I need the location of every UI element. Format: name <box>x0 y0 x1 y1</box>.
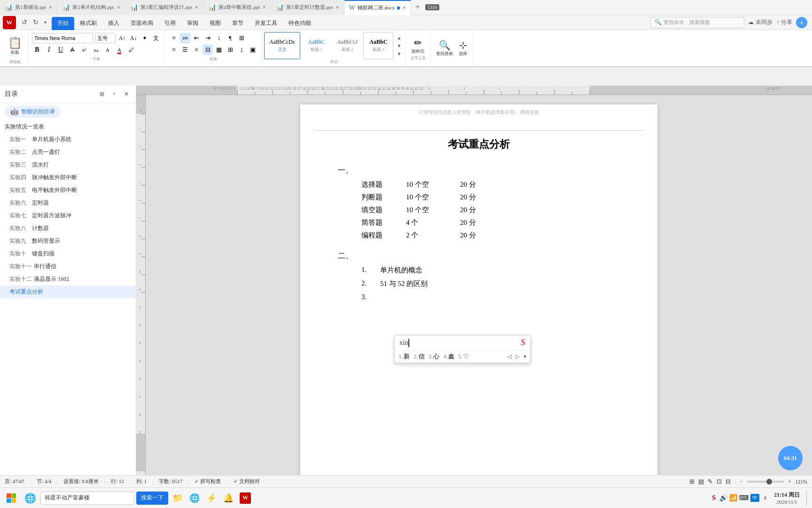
taskbar-edge-icon[interactable]: 🌐 <box>187 491 202 506</box>
show-desktop-btn[interactable] <box>806 491 809 506</box>
view-focus-btn[interactable]: ⊡ <box>717 478 722 485</box>
tab-doc-2[interactable]: 📊 第2单片机结构.ppt ✕ <box>57 0 125 15</box>
ime-candidate-4[interactable]: 4. 鑫 <box>443 352 454 361</box>
browser-icon[interactable]: 🌐 <box>22 490 39 507</box>
underline-btn[interactable]: U <box>55 45 66 55</box>
new-tab-btn[interactable]: + <box>411 1 424 14</box>
indent-increase-btn[interactable]: ⇥ <box>203 33 213 43</box>
tab-special[interactable]: 特色功能 <box>283 17 317 30</box>
tab-paste[interactable]: 格式刷 <box>74 17 102 30</box>
sidebar-item-exp9[interactable]: 实验九 数码管显示 <box>0 235 136 247</box>
phonetic-btn[interactable]: 文 <box>151 33 161 43</box>
font-color-btn[interactable]: A <box>114 45 125 55</box>
font-size-input[interactable] <box>95 33 116 43</box>
zoom-out-btn[interactable]: − <box>740 478 743 485</box>
sort-btn[interactable]: ↕ <box>214 33 224 43</box>
sidebar-item-exp7[interactable]: 实验七 定时器方波脉冲 <box>0 209 136 222</box>
clear-format-btn[interactable]: ✦ <box>140 33 149 43</box>
italic-btn[interactable]: I <box>44 45 54 55</box>
tab-doc-1[interactable]: 📊 第1章绪论.ppt ✕ <box>0 0 57 15</box>
tab-page-layout[interactable]: 页面布局 <box>125 17 159 30</box>
taskbar-chrome-icon[interactable]: ⚡ <box>204 491 219 506</box>
share-btn[interactable]: ↑分享 <box>776 18 792 26</box>
ime-nav-prev[interactable]: ◁ <box>508 353 512 360</box>
tray-sound[interactable]: 📶 <box>729 494 737 502</box>
bold-btn[interactable]: B <box>32 45 42 55</box>
taskbar-search-btn[interactable]: 搜索一下 <box>136 492 168 505</box>
show-marks-btn[interactable]: ¶ <box>225 33 235 43</box>
document-scroll-area[interactable]: 计算学院信息处人管学院 《单片机原理及应用》 课程实验 考试重点分析 一、 选择… <box>146 95 812 487</box>
zoom-slider[interactable] <box>747 481 784 483</box>
sidebar-item-exp12[interactable]: 实验十二 液晶显示 1602 <box>0 273 136 286</box>
shading-btn[interactable]: ▣ <box>248 45 258 55</box>
sidebar-item-exp3[interactable]: 实验三 流水灯 <box>0 159 136 171</box>
tab-view[interactable]: 视图 <box>204 17 226 30</box>
sidebar-item-exp5[interactable]: 实验五 电平触发外部中断 <box>0 184 136 197</box>
style-heading3[interactable]: AaBbC 标题 3 <box>363 32 393 59</box>
border-btn[interactable]: ⊞ <box>236 33 247 43</box>
user-avatar[interactable]: A <box>796 17 807 28</box>
tab1-close[interactable]: ✕ <box>48 5 52 10</box>
align-center-btn[interactable]: ☰ <box>180 45 190 55</box>
ime-nav-next[interactable]: ▷ <box>515 353 520 360</box>
undo-btn[interactable]: ↺ <box>19 17 30 28</box>
select-btn[interactable]: ⊹ 选择 <box>457 39 469 58</box>
sidebar-item-exp4[interactable]: 实验四 脉冲触发外部中断 <box>0 171 136 184</box>
sidebar-close-btn[interactable]: ✕ <box>122 89 131 99</box>
sidebar-item-overview[interactable]: 实验情况一览表 <box>0 120 136 133</box>
taskbar-wps-icon[interactable]: W <box>238 491 253 506</box>
start-button[interactable] <box>3 490 20 507</box>
time-bubble[interactable]: 04:31 <box>778 446 803 470</box>
tab2-close[interactable]: ✕ <box>117 5 120 10</box>
sidebar-item-exp1[interactable]: 实验一 单片机最小系统 <box>0 133 136 146</box>
tab4-close[interactable]: ✕ <box>262 5 266 10</box>
tab-review[interactable]: 审阅 <box>181 17 204 30</box>
ime-candidate-3[interactable]: 3. 心 <box>429 352 440 361</box>
taskbar-datetime[interactable]: 21:14 周日 2020/11/1 <box>771 491 803 505</box>
taskbar-search[interactable]: 韩星不动产富豪楼 <box>40 492 134 505</box>
ime-nav-expand[interactable]: ▾ <box>523 353 526 360</box>
style-normal[interactable]: AaBbCcDc 正文 <box>264 32 300 59</box>
tab-active-close[interactable]: ✕ <box>402 5 406 10</box>
line-spacing-btn[interactable]: ↨ <box>236 45 247 55</box>
taskbar-file-explorer[interactable]: 📁 <box>170 491 185 506</box>
char-shading-btn[interactable]: A <box>102 45 113 55</box>
ime-candidate-1[interactable]: 1. 新 <box>398 352 410 361</box>
tab-doc-active[interactable]: W 物联网二班.docx ✕ <box>344 0 411 15</box>
sidebar-item-exp6[interactable]: 实验六 定时器 <box>0 197 136 209</box>
sidebar-item-exp8[interactable]: 实验八 计数器 <box>0 222 136 235</box>
subscript-btn[interactable]: x₂ <box>91 45 101 55</box>
ime-candidate-5[interactable]: 5. ♡ <box>458 353 469 360</box>
view-outline-btn[interactable]: ▤ <box>698 478 704 485</box>
view-split-btn[interactable]: ⊟ <box>726 478 731 485</box>
view-web-btn[interactable]: ✎ <box>708 478 713 485</box>
tray-battery[interactable]: ⌨ <box>739 494 749 502</box>
tab-references[interactable]: 引用 <box>159 17 181 30</box>
collab-btn[interactable]: ☁未同步 <box>748 18 773 26</box>
find-btn[interactable]: 🔍 查找替换 <box>434 39 455 58</box>
align-right-btn[interactable]: ≡ <box>191 45 202 55</box>
sidebar-item-exp11[interactable]: 实验十一 串行通信 <box>0 260 136 273</box>
sidebar-item-active[interactable]: 考试重点分析 <box>0 286 136 298</box>
font-name-input[interactable] <box>32 33 93 43</box>
redo-btn[interactable]: ↻ <box>30 17 41 28</box>
tab5-close[interactable]: ✕ <box>336 5 339 10</box>
taskbar-app1[interactable]: 🔔 <box>221 491 236 506</box>
indent-decrease-btn[interactable]: ⇤ <box>191 33 202 43</box>
sidebar-item-exp10[interactable]: 实验十 键盘扫描 <box>0 247 136 260</box>
highlight-btn[interactable]: 🖊 <box>126 45 136 55</box>
tab-doc-3[interactable]: 📊 第3章汇编程序设计.ppt ✕ <box>125 0 203 15</box>
col-layout-btn[interactable]: ▦ <box>214 45 224 55</box>
tab-doc-4[interactable]: 📊 第4章中断系统.ppt ✕ <box>203 0 271 15</box>
style-more-btn[interactable]: ▲ ▼ ▼ <box>394 34 404 57</box>
superscript-btn[interactable]: x² <box>79 45 89 55</box>
doc-check-btn[interactable]: ✓ 文档校对 <box>234 478 260 485</box>
increase-font-btn[interactable]: A↑ <box>117 33 127 43</box>
tab-chapter[interactable]: 章节 <box>226 17 249 30</box>
tray-network[interactable]: 🔊 <box>719 494 727 502</box>
style-heading1[interactable]: AaBbC 标题 1 <box>301 32 331 59</box>
align-left-btn[interactable]: ≡ <box>169 45 179 55</box>
sidebar-icon-1[interactable]: ⊞ <box>97 89 107 99</box>
tab-home[interactable]: 开始 <box>52 17 74 30</box>
tray-wps[interactable]: S <box>712 494 716 502</box>
